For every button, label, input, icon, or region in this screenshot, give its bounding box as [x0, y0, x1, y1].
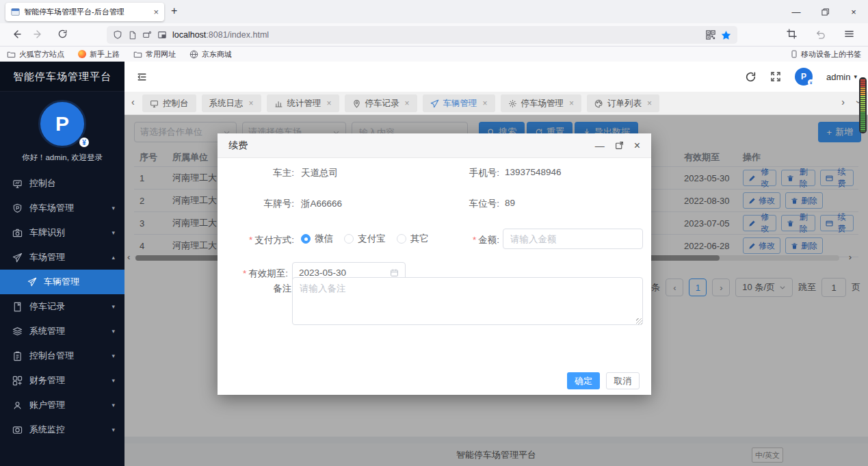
- amount-input[interactable]: [503, 229, 642, 248]
- tab-dashboard[interactable]: 控制台: [142, 94, 196, 112]
- url-bar[interactable]: localhost:8081/index.html: [107, 26, 737, 44]
- dialog-minimize-icon[interactable]: —: [595, 141, 605, 151]
- folder-icon: [133, 50, 142, 59]
- radio-wechat[interactable]: 微信: [301, 233, 333, 245]
- chevron-down-icon: ▾: [111, 377, 115, 384]
- dialog-close-icon[interactable]: ×: [634, 140, 640, 151]
- cancel-button[interactable]: 取消: [606, 372, 640, 389]
- radio-other[interactable]: 其它: [397, 233, 429, 245]
- palette-icon: [594, 99, 603, 108]
- owner-value: 天道总司: [301, 167, 338, 179]
- bookmarks-bar: 火狐官方站点 新手上路 常用网址 京东商城 移动设备上的书签: [0, 47, 868, 62]
- radio-alipay[interactable]: 支付宝: [344, 233, 386, 245]
- bookmark-star-icon[interactable]: [721, 30, 731, 40]
- sidebar-item-plate-recognition[interactable]: 车牌识别 ▾: [0, 220, 124, 245]
- collapse-sidebar-icon[interactable]: [136, 71, 148, 83]
- close-icon[interactable]: ×: [405, 99, 410, 108]
- sidebar-item-system-monitor[interactable]: 系统监控 ▾: [0, 417, 124, 442]
- chevron-down-icon: ▾: [111, 328, 115, 335]
- chevron-down-icon: ▾: [111, 303, 115, 310]
- confirm-button[interactable]: 确定: [567, 372, 600, 389]
- tabs-scroll-right-icon[interactable]: ›: [841, 97, 845, 107]
- tab-close-icon[interactable]: ×: [153, 7, 159, 17]
- window-close-icon[interactable]: ×: [839, 0, 868, 23]
- close-icon[interactable]: ×: [249, 99, 254, 108]
- mobile-bookmarks[interactable]: 移动设备上的书签: [790, 49, 861, 60]
- reload-icon[interactable]: [57, 29, 68, 39]
- dialog-header[interactable]: 续费 — ×: [218, 133, 651, 158]
- browser-tab[interactable]: 智能停车场管理平台-后台管理 ×: [5, 3, 164, 21]
- close-icon[interactable]: ×: [483, 99, 488, 108]
- expire-date-value: 2023-05-30: [299, 268, 346, 278]
- window-minimize-icon[interactable]: —: [782, 0, 811, 23]
- tab-order-list[interactable]: 订单列表 ×: [587, 94, 659, 112]
- chevron-down-icon: ▾: [111, 229, 115, 236]
- pay-method-radio-group: 微信 支付宝 其它: [301, 229, 429, 248]
- new-tab-button[interactable]: +: [171, 5, 177, 16]
- tab-vehicle-mgmt[interactable]: 车辆管理 ×: [423, 94, 495, 112]
- remark-textarea[interactable]: [292, 277, 643, 325]
- refresh-icon[interactable]: [745, 71, 757, 83]
- undo-icon[interactable]: [815, 29, 826, 39]
- sidebar-item-system-mgmt[interactable]: 系统管理 ▾: [0, 319, 124, 344]
- owner-label: 车主:: [218, 167, 294, 179]
- send-icon: [27, 277, 37, 287]
- close-icon[interactable]: ×: [569, 99, 574, 108]
- shield-icon[interactable]: [113, 30, 122, 40]
- tab-parking-records[interactable]: 停车记录 ×: [345, 94, 417, 112]
- tab-system-log[interactable]: 系统日志 ×: [202, 94, 261, 112]
- tabs-scroll-left-icon[interactable]: ‹: [131, 97, 135, 107]
- monitor-icon: [150, 99, 159, 108]
- expire-label: *有效期至:: [218, 268, 288, 280]
- tab-statistics[interactable]: 统计管理 ×: [267, 94, 339, 112]
- app-logo: P ¥: [38, 100, 86, 148]
- amount-label: *金额:: [438, 234, 499, 246]
- window-restore-icon[interactable]: [811, 0, 839, 23]
- app-header: P¥ admin ▾: [124, 62, 868, 92]
- fullscreen-icon[interactable]: [770, 71, 781, 82]
- screenshot-icon[interactable]: [787, 29, 797, 39]
- close-icon[interactable]: ×: [327, 99, 332, 108]
- qr-code-icon[interactable]: [706, 30, 715, 40]
- app-title: 智能停车场管理平台: [0, 62, 124, 91]
- page-info-icon[interactable]: [128, 31, 137, 40]
- sidebar-item-parking-mgmt[interactable]: 停车场管理 ▾: [0, 196, 124, 220]
- user-menu[interactable]: admin ▾: [826, 72, 857, 82]
- level-meter-widget: [859, 77, 867, 133]
- layers-icon: [12, 326, 23, 337]
- forward-icon[interactable]: [33, 29, 44, 40]
- favicon: [11, 8, 20, 16]
- sidebar-item-account-mgmt[interactable]: 账户管理 ▾: [0, 393, 124, 417]
- dashboard-icon: [12, 179, 23, 189]
- screen: 智能停车场管理平台-后台管理 × + — ×: [0, 0, 868, 466]
- location-pin-icon: [352, 99, 361, 108]
- sidebar-item-vehicle-mgmt[interactable]: 车辆管理: [0, 270, 124, 294]
- bookmark-item[interactable]: 新手上路: [78, 49, 120, 60]
- bookmark-item[interactable]: 火狐官方站点: [7, 49, 64, 60]
- firefox-icon: [78, 50, 86, 58]
- sidebar-item-dashboard[interactable]: 控制台: [0, 171, 124, 196]
- container-tab-icon[interactable]: [142, 30, 152, 40]
- radio-dot: [301, 234, 311, 244]
- phone-label: 手机号:: [438, 167, 499, 179]
- menu-icon[interactable]: [844, 29, 854, 39]
- picture-in-picture-icon[interactable]: [157, 30, 167, 40]
- browser-titlebar: 智能停车场管理平台-后台管理 × + — ×: [0, 0, 868, 23]
- sidebar-item-finance-mgmt[interactable]: 财务管理 ▾: [0, 368, 124, 393]
- folder-icon: [7, 50, 16, 59]
- dialog-maximize-icon[interactable]: [615, 141, 624, 150]
- radio-dot: [344, 234, 354, 244]
- sidebar-item-console-mgmt[interactable]: 控制台管理 ▾: [0, 344, 124, 368]
- sidebar-item-parking-records[interactable]: 停车记录 ▾: [0, 294, 124, 319]
- avatar[interactable]: P¥: [795, 68, 813, 86]
- bookmark-item[interactable]: 常用网址: [133, 49, 176, 60]
- plate-label: 车牌号:: [218, 198, 294, 210]
- clipboard-icon: [12, 351, 23, 361]
- close-icon[interactable]: ×: [647, 99, 652, 108]
- sidebar-item-lot-mgmt[interactable]: 车场管理 ▴: [0, 245, 124, 270]
- renew-dialog: 续费 — × 车主: 天道总司 手机号: 13937548946 车牌号: 浙A…: [218, 133, 651, 395]
- send-icon: [12, 253, 23, 263]
- tab-parking-lot-mgmt[interactable]: 停车场管理 ×: [501, 94, 582, 112]
- bookmark-item[interactable]: 京东商城: [189, 49, 232, 60]
- back-icon[interactable]: [11, 29, 22, 40]
